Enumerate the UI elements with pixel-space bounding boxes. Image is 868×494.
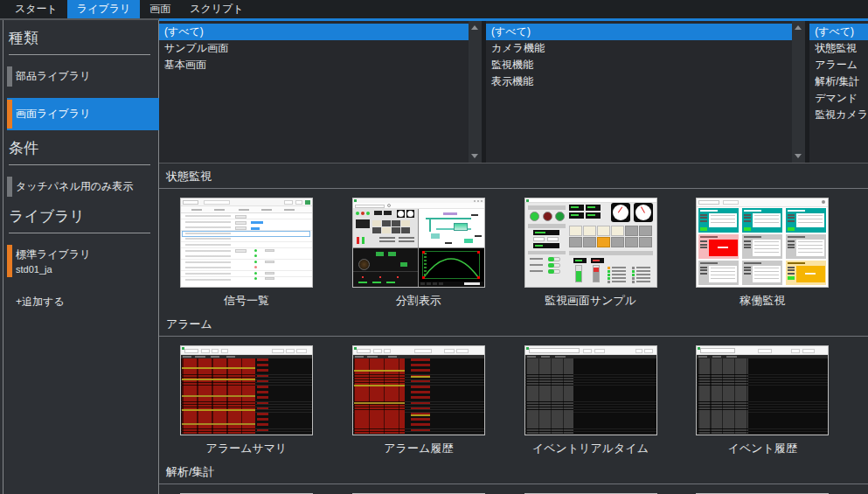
screen-gallery: 状態監視	[159, 164, 868, 494]
filter-lists: (すべて) サンプル画面 基本画面 (すべて) カメラ機能 監視機能 表示機能 …	[159, 18, 868, 164]
thumbnail-row: 信号一覧	[159, 198, 868, 309]
thumbnail-alarm-history[interactable]	[352, 345, 485, 435]
scroll-up-icon[interactable]	[795, 25, 802, 30]
menu-tab-screen[interactable]: 画面	[140, 0, 180, 18]
filter-option[interactable]: 解析/集計	[809, 73, 868, 90]
thumbnail-event-realtime[interactable]	[524, 345, 657, 435]
thumbnail-caption: アラーム履歴	[352, 435, 485, 456]
sidebar-item-sublabel: std01_ja	[16, 264, 52, 275]
section-title-analysis: 解析/集計	[159, 456, 868, 480]
menu-tab-library[interactable]: ライブラリ	[67, 0, 140, 18]
sidebar-item-label: 部品ライブラリ	[16, 69, 156, 84]
filter-option[interactable]: (すべて)	[159, 24, 469, 40]
sidebar-item-screen-library[interactable]: 画面ライブラリ	[7, 98, 159, 130]
scrollbar[interactable]	[469, 21, 482, 163]
thumbnail-alarm-summary[interactable]	[180, 345, 313, 435]
library-window: スタート ライブラリ 画面 スクリプト 種類 部品ライブラリ 画面ライブラリ 条…	[0, 0, 868, 494]
scrollbar[interactable]	[792, 21, 805, 163]
sidebar-item-standard-library[interactable]: 標準ライブラリ std01_ja	[7, 243, 159, 279]
divider	[159, 484, 868, 484]
filter-option[interactable]: 状態監視	[809, 40, 868, 57]
section-title-status-monitor: 状態監視	[159, 164, 868, 184]
divider	[9, 164, 150, 165]
scroll-up-icon[interactable]	[471, 25, 478, 30]
divider	[159, 336, 868, 337]
thumbnail-caption: 監視画面サンプル	[524, 288, 657, 309]
filter-option[interactable]: 監視カメラ	[809, 107, 868, 123]
sidebar-heading-library: ライブラリ	[9, 206, 159, 226]
section-title-alarm: アラーム	[159, 309, 868, 332]
thumbnail-caption: アラームサマリ	[180, 435, 313, 456]
filter-option[interactable]: 基本画面	[159, 57, 469, 73]
add-library-button[interactable]: +追加する	[16, 295, 159, 310]
menubar: スタート ライブラリ 画面 スクリプト	[0, 0, 868, 18]
filter-option[interactable]: デマンド	[809, 90, 868, 107]
filter-option[interactable]: アラーム	[809, 57, 868, 73]
sidebar-heading-kind: 種類	[9, 28, 159, 48]
thumbnail-row: アラームサマリ	[159, 345, 868, 456]
accent-bar	[7, 66, 12, 87]
sidebar-left-divider	[3, 20, 3, 494]
sidebar-item-label: 画面ライブラリ	[16, 107, 156, 122]
divider	[159, 188, 868, 189]
thumbnail-monitor-sample[interactable]	[524, 198, 657, 288]
filter-column-function: (すべて) カメラ機能 監視機能 表示機能	[486, 21, 805, 163]
accent-bar	[7, 177, 12, 197]
filter-option[interactable]: (すべて)	[486, 24, 792, 40]
thumbnail-caption: 稼働監視	[696, 288, 829, 309]
thumbnail-caption: イベント履歴	[696, 435, 829, 456]
divider	[9, 54, 150, 55]
thumbnail-caption: 分割表示	[352, 288, 485, 309]
sidebar-item-label: 標準ライブラリ	[16, 247, 90, 262]
filter-option[interactable]: (すべて)	[809, 24, 868, 40]
sidebar: 種類 部品ライブラリ 画面ライブラリ 条件 タッチパネル用のみ表示 ライブラリ …	[0, 18, 159, 494]
filter-option[interactable]: サンプル画面	[159, 40, 469, 57]
scroll-down-icon[interactable]	[795, 154, 802, 158]
filter-column-group: (すべて) 状態監視 アラーム 解析/集計 デマンド 監視カメラ	[809, 21, 868, 163]
filter-column-category: (すべて) サンプル画面 基本画面	[159, 21, 482, 163]
divider	[9, 233, 150, 233]
accent-bar	[7, 100, 12, 129]
thumbnail-signal-list[interactable]	[180, 198, 313, 288]
sidebar-item-parts-library[interactable]: 部品ライブラリ	[7, 65, 159, 88]
filter-option[interactable]: カメラ機能	[486, 40, 792, 57]
thumbnail-event-history[interactable]	[696, 345, 829, 435]
filter-option[interactable]: 表示機能	[486, 73, 792, 90]
thumbnail-operation-monitor[interactable]	[696, 198, 829, 288]
thumbnail-split-view[interactable]	[352, 198, 485, 288]
thumbnail-caption: 信号一覧	[180, 288, 313, 309]
sidebar-item-touchpanel-only[interactable]: タッチパネル用のみ表示	[7, 175, 159, 198]
accent-bar	[7, 245, 12, 277]
filter-option[interactable]: 監視機能	[486, 57, 792, 73]
sidebar-heading-condition: 条件	[9, 138, 159, 158]
sidebar-item-label: タッチパネル用のみ表示	[16, 179, 156, 194]
scroll-down-icon[interactable]	[471, 154, 478, 158]
thumbnail-caption: イベントリアルタイム	[524, 435, 657, 456]
menu-tab-start[interactable]: スタート	[5, 0, 67, 18]
menu-tab-script[interactable]: スクリプト	[180, 0, 253, 18]
